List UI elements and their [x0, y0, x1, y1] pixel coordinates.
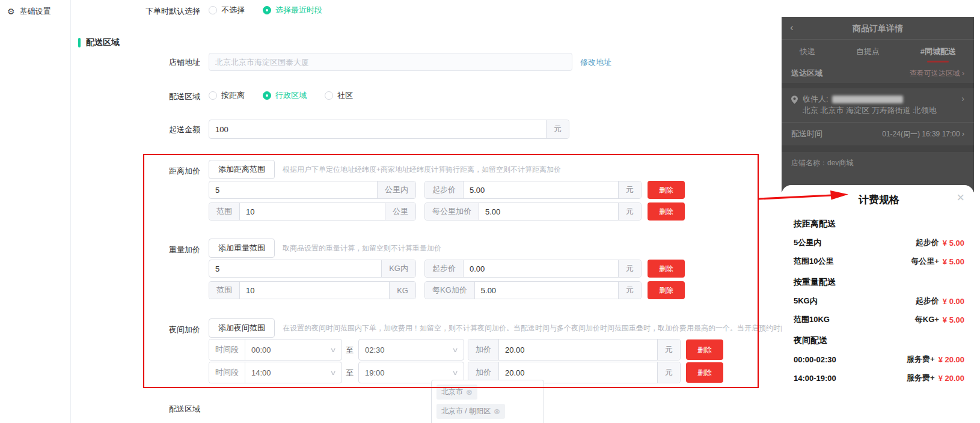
fee-value: ¥ 20.00 — [939, 355, 964, 364]
to-separator: 至 — [346, 345, 354, 356]
surcharge-prefix: 加价 — [468, 339, 499, 360]
add-distance-range-button[interactable]: 添加距离范围 — [209, 160, 275, 179]
radio-on-icon — [263, 6, 271, 14]
radio-community[interactable]: 社区 — [325, 90, 353, 101]
row-label: 14:00-19:00 — [794, 374, 836, 383]
fee-value: ¥ 5.00 — [943, 315, 964, 324]
add-night-range-button[interactable]: 添加夜间范围 — [209, 318, 275, 338]
timeslot-prefix: 时间段 — [209, 362, 245, 383]
section-accent-bar — [78, 38, 81, 47]
fee-label: 起步价 — [916, 296, 939, 306]
distance-row2-price-input[interactable] — [479, 203, 618, 220]
store-address-input[interactable] — [209, 53, 572, 70]
night-row1-to-select[interactable]: 02:30 ∨ — [358, 339, 464, 361]
add-weight-range-button[interactable]: 添加重量范围 — [209, 239, 275, 258]
yuan-suffix: 元 — [618, 181, 641, 198]
from-time-value: 00:00 — [251, 345, 271, 355]
distance-row1-price-field: 起步价 元 — [424, 181, 642, 199]
radio-label: 社区 — [337, 90, 353, 101]
tab-city-delivery[interactable]: #同城配送 — [920, 46, 956, 57]
store-address-field — [209, 53, 572, 71]
delivery-time-row[interactable]: 配送时间 01-24(周一) 16:39 17:00 › — [782, 123, 974, 145]
tag-close-icon[interactable]: ⊗ — [466, 388, 473, 397]
radio-admin-region[interactable]: 行政区域 — [263, 90, 307, 101]
radio-label: 行政区域 — [275, 90, 307, 101]
yuan-suffix: 元 — [657, 339, 680, 360]
area-type-radio-group: 按距离 行政区域 社区 — [209, 90, 353, 101]
area-type-label: 配送区域 — [72, 91, 200, 102]
close-icon[interactable]: × — [957, 191, 964, 204]
night-row1-from-select[interactable]: 时间段 00:00 ∨ — [209, 339, 342, 361]
row-label: 5KG内 — [794, 296, 818, 306]
section-header-delivery-area: 配送区域 — [78, 37, 120, 48]
weight-row1-range-field: KG内 — [209, 260, 416, 278]
tag-close-icon[interactable]: ⊗ — [494, 407, 500, 416]
radio-by-distance[interactable]: 按距离 — [209, 90, 245, 101]
night-row2-from-select[interactable]: 时间段 14:00 ∨ — [209, 362, 342, 383]
yuan-suffix: 元 — [657, 362, 680, 383]
fee-label: 服务费+ — [907, 373, 935, 383]
sidebar-item-basic-settings[interactable]: ⚙ 基础设置 — [0, 0, 70, 23]
tab-express[interactable]: 快递 — [800, 46, 815, 57]
min-amount-label: 起送金额 — [72, 124, 200, 135]
delete-night-row1-button[interactable]: 删除 — [686, 339, 723, 360]
radio-latest-timeslot[interactable]: 选择最近时段 — [263, 5, 322, 16]
base-price-prefix: 起步价 — [425, 260, 464, 277]
fee-label: 每公里+ — [911, 256, 939, 267]
sheet-section-night: 夜间配送 — [794, 335, 964, 346]
view-zone-link[interactable]: 查看可送达区域 › — [910, 68, 964, 79]
kg-in-suffix: KG内 — [381, 260, 415, 277]
fee-value: ¥ 5.00 — [943, 257, 964, 266]
delete-distance-row2-button[interactable]: 删除 — [648, 202, 685, 221]
tag-label: 北京市 / 朝阳区 — [441, 406, 491, 416]
sheet-row: 范围10公里 每公里+¥ 5.00 — [794, 256, 964, 267]
radio-off-icon — [325, 91, 333, 100]
weight-row1-input[interactable] — [209, 260, 381, 277]
night-row1-price-input[interactable] — [499, 339, 657, 360]
weight-surcharge-label: 重量加价 — [72, 245, 200, 255]
delivery-area-tag-box[interactable]: 北京市 ⊗ 北京市 / 朝阳区 ⊗ — [431, 380, 544, 423]
recipient-prefix: 收件人: — [803, 94, 828, 105]
weight-hint: 取商品设置的重量计算，如留空则不计算重量加价 — [283, 243, 441, 254]
weight-row2-price-field: 每KG加价 元 — [424, 281, 642, 299]
radio-off-icon — [209, 91, 217, 100]
fee-label: 起步价 — [916, 237, 939, 248]
night-hint: 在设置的夜间时间范围内下单，加收费用！如留空，则不计算夜间加价。当配送时间与多个… — [283, 323, 809, 333]
radio-label: 选择最近时段 — [275, 5, 322, 16]
delivery-settings-page: ⚙ 基础设置 下单时默认选择 不选择 选择最近时段 配送区域 店铺地址 修改地址… — [0, 0, 980, 423]
store-name-row: 店铺名称：dev商城 — [782, 152, 974, 174]
billing-spec-sheet: 计费规格 × 按距离配送 5公里内 起步价¥ 5.00 范围10公里 每公里+¥… — [782, 185, 974, 423]
phone-title: 商品订单详情 — [782, 23, 974, 34]
delete-weight-row1-button[interactable]: 删除 — [648, 260, 685, 278]
weight-row1-price-input[interactable] — [464, 260, 618, 277]
distance-row2-range-field: 范围 公里 — [209, 202, 416, 221]
km-suffix: 公里 — [385, 203, 415, 220]
distance-row1-input[interactable] — [209, 181, 377, 198]
fee-value: ¥ 20.00 — [939, 374, 964, 383]
delete-weight-row2-button[interactable]: 删除 — [648, 281, 685, 299]
section-title: 配送区域 — [86, 37, 120, 48]
distance-row2-input[interactable] — [240, 203, 385, 220]
min-amount-input[interactable] — [209, 120, 546, 138]
fee-label: 每KG+ — [915, 314, 939, 325]
to-time-value: 19:00 — [365, 368, 385, 377]
fee-value: ¥ 0.00 — [943, 297, 964, 306]
delete-night-row2-button[interactable]: 删除 — [686, 362, 723, 383]
tab-pickup[interactable]: 自提点 — [856, 46, 880, 57]
distance-hint: 根据用户下单定位地址经纬度+商家地址经纬度计算骑行距离，如留空则不计算距离加价 — [283, 165, 561, 175]
distance-row1-price-input[interactable] — [464, 181, 618, 198]
tab-label: #同城配送 — [920, 47, 956, 56]
yuan-suffix: 元 — [618, 282, 641, 299]
sheet-title: 计费规格 — [794, 193, 964, 207]
weight-row2-price-input[interactable] — [475, 282, 618, 299]
delete-distance-row1-button[interactable]: 删除 — [648, 181, 685, 199]
row-label: 5公里内 — [794, 237, 821, 248]
min-amount-field: 元 — [209, 120, 569, 139]
radio-no-select[interactable]: 不选择 — [209, 5, 245, 16]
weight-row2-input[interactable] — [240, 282, 389, 299]
edit-address-link[interactable]: 修改地址 — [580, 57, 611, 68]
fee-value: ¥ 5.00 — [943, 239, 964, 248]
recipient-block[interactable]: 收件人: 北京 北京市 海淀区 万寿路街道 北领地 › — [782, 88, 974, 122]
location-pin-icon — [791, 96, 798, 104]
radio-off-icon — [209, 6, 217, 14]
